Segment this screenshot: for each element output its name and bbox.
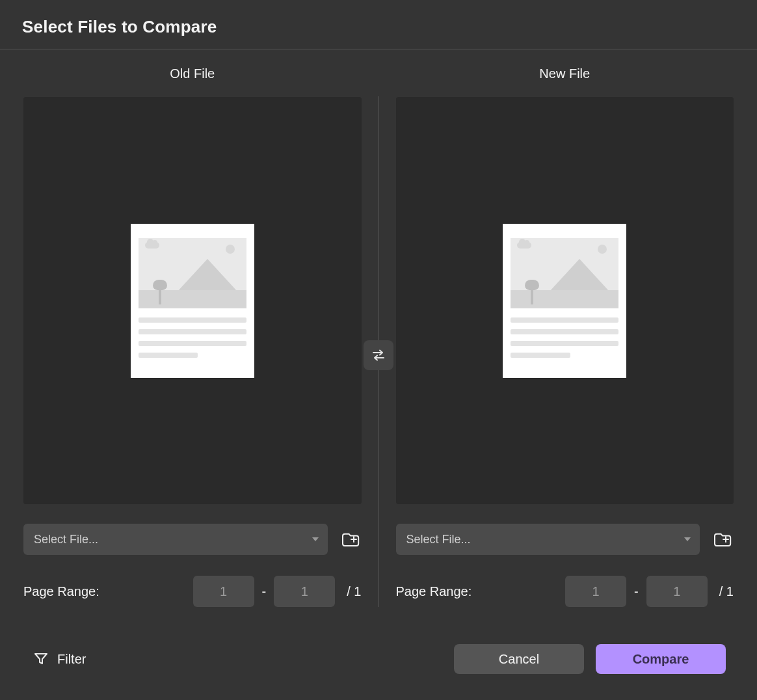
new-file-picker-row: Select File...: [396, 524, 734, 555]
old-file-picker-row: Select File...: [23, 524, 362, 555]
range-separator: -: [633, 584, 640, 599]
chevron-down-icon: [684, 537, 691, 541]
new-page-range-label: Page Range:: [396, 584, 472, 599]
new-page-range-inputs: - / 1: [565, 576, 734, 607]
new-file-browse-button[interactable]: [711, 528, 734, 550]
old-file-select-placeholder: Select File...: [34, 533, 98, 546]
dialog-title: Select Files to Compare: [22, 17, 735, 37]
old-file-browse-button[interactable]: [339, 528, 362, 550]
filter-button[interactable]: Filter: [34, 652, 86, 667]
filter-label: Filter: [57, 652, 86, 667]
dialog-footer: Filter Cancel Compare: [0, 644, 757, 674]
new-file-title: New File: [396, 66, 734, 81]
old-file-preview[interactable]: [23, 97, 362, 504]
folder-open-icon: [341, 530, 360, 548]
funnel-icon: [34, 652, 48, 666]
swap-files-button[interactable]: [364, 340, 393, 370]
new-page-from-input[interactable]: [565, 576, 626, 607]
document-placeholder-icon: [503, 224, 626, 378]
old-page-range-label: Page Range:: [23, 584, 100, 599]
old-file-column: Old File Select File...: [23, 49, 378, 607]
dialog-header: Select Files to Compare: [0, 0, 757, 49]
old-page-to-input[interactable]: [274, 576, 335, 607]
old-page-range-inputs: - / 1: [193, 576, 362, 607]
footer-actions: Cancel Compare: [454, 644, 726, 674]
cancel-button[interactable]: Cancel: [454, 644, 584, 674]
compare-columns: Old File Select File...: [0, 49, 757, 607]
range-separator: -: [261, 584, 268, 599]
old-file-select[interactable]: Select File...: [23, 524, 328, 555]
new-file-column: New File Select File...: [379, 49, 734, 607]
document-placeholder-icon: [131, 224, 254, 378]
old-page-range-row: Page Range: - / 1: [23, 576, 362, 607]
new-file-select[interactable]: Select File...: [396, 524, 700, 555]
new-page-to-input[interactable]: [646, 576, 708, 607]
old-file-title: Old File: [23, 66, 362, 81]
folder-open-icon: [713, 530, 732, 548]
swap-horizontal-icon: [371, 349, 386, 362]
compare-button[interactable]: Compare: [596, 644, 726, 674]
new-page-total: / 1: [719, 584, 734, 599]
chevron-down-icon: [312, 537, 319, 541]
new-page-range-row: Page Range: - / 1: [396, 576, 734, 607]
new-file-preview[interactable]: [396, 97, 734, 504]
old-page-from-input[interactable]: [193, 576, 254, 607]
old-page-total: / 1: [347, 584, 361, 599]
new-file-select-placeholder: Select File...: [406, 533, 471, 546]
